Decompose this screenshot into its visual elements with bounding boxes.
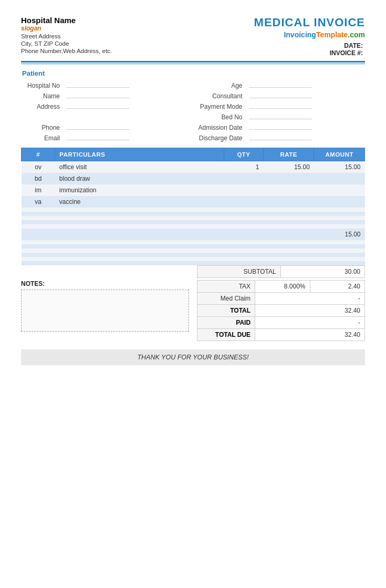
phone-row: Phone (21, 122, 193, 131)
table-row: bdblood draw (22, 173, 365, 184)
cell-particulars (55, 229, 224, 240)
hospital-no-row: Hospital No (21, 80, 193, 89)
patient-left: Hospital No Name Address Phone Email (21, 80, 193, 142)
med-claim-value: - (255, 293, 365, 305)
cell-qty (224, 229, 263, 240)
phone-value (66, 122, 129, 130)
cell-amount (314, 216, 365, 220)
notes-box[interactable] (21, 290, 189, 332)
phone-label: Phone (21, 124, 63, 131)
table-row: ovoffice visit115.0015.00 (22, 161, 365, 173)
cell-particulars (55, 208, 224, 212)
cell-rate (263, 208, 314, 212)
cell-rate (263, 196, 314, 208)
bottom-totals-table: TAX 8.000% 2.40 Med Claim - TOTAL 32.40 … (197, 280, 365, 341)
admission-date-value (249, 122, 312, 130)
consultant-row: Consultant (193, 91, 366, 100)
consultant-value (249, 91, 312, 98)
table-row (22, 224, 365, 229)
cell-qty (224, 257, 263, 261)
invoice-num-row: INVOICE #: (254, 49, 365, 57)
cell-amount (314, 220, 365, 224)
cell-num (22, 257, 55, 261)
patient-right: Age Consultant Payment Mode Bed No Admis… (193, 80, 366, 142)
cell-qty (224, 208, 263, 212)
hospital-info: Hospital Name slogan Street Address City… (21, 16, 112, 54)
cell-rate (263, 244, 314, 249)
cell-rate (263, 257, 314, 261)
cell-particulars: immunization (55, 184, 224, 196)
divider-thin (21, 64, 365, 64)
total-label: TOTAL (197, 305, 255, 317)
subtotal-row: SUBTOTAL 30.00 (197, 266, 365, 278)
hospital-name: Hospital Name (21, 16, 112, 25)
cell-num (22, 261, 55, 265)
date-label: DATE: (344, 42, 363, 49)
cell-particulars (55, 240, 224, 244)
totals-section: SUBTOTAL 30.00 (21, 265, 365, 278)
cell-num (22, 240, 55, 244)
invoice-num-label: INVOICE #: (330, 49, 363, 57)
slogan: slogan (21, 25, 112, 32)
cell-amount: 15.00 (314, 229, 365, 240)
cell-particulars: vaccine (55, 196, 224, 208)
hospital-no-label: Hospital No (21, 82, 63, 89)
invoice-title: MEDICAL INVOICE (254, 16, 365, 29)
email-row: Email (21, 133, 193, 142)
cell-rate (263, 240, 314, 244)
payment-mode-value (249, 101, 312, 109)
cell-num (22, 208, 55, 212)
invoicing-template-logo: InvoicingTemplate.com (254, 30, 365, 39)
age-value (249, 80, 312, 88)
total-due-row: TOTAL DUE 32.40 (197, 329, 365, 341)
name-value (66, 91, 129, 98)
med-claim-label: Med Claim (197, 293, 255, 305)
cell-num: bd (22, 173, 55, 184)
com-text: .com (348, 30, 365, 39)
table-row (22, 244, 365, 249)
bed-no-label: Bed No (193, 114, 246, 121)
table-row (22, 249, 365, 253)
cell-qty (224, 253, 263, 257)
cell-amount (314, 224, 365, 229)
cell-rate (263, 253, 314, 257)
street-address: Street Address (21, 33, 112, 39)
subtotal-value: 30.00 (280, 266, 364, 278)
cell-rate (263, 216, 314, 220)
cell-particulars: blood draw (55, 173, 224, 184)
med-claim-row: Med Claim - (197, 293, 365, 305)
paid-row: PAID - (197, 317, 365, 329)
totals-table: SUBTOTAL 30.00 (197, 265, 365, 278)
cell-qty (224, 212, 263, 216)
cell-num (22, 212, 55, 216)
cell-num: im (22, 184, 55, 196)
table-row (22, 257, 365, 261)
cell-rate (263, 184, 314, 196)
footer-text: THANK YOU FOR YOUR BUSINESS! (137, 354, 248, 361)
age-label: Age (193, 82, 246, 89)
cell-rate (263, 249, 314, 253)
cell-qty (224, 244, 263, 249)
table-row: vavaccine (22, 196, 365, 208)
table-row (22, 212, 365, 216)
invoice-title-block: MEDICAL INVOICE InvoicingTemplate.com DA… (254, 16, 365, 57)
cell-rate (263, 261, 314, 265)
cell-particulars (55, 224, 224, 229)
cell-num: va (22, 196, 55, 208)
table-header-row: # PARTICULARS QTY RATE AMOUNT (22, 148, 365, 161)
table-row (22, 253, 365, 257)
cell-num (22, 253, 55, 257)
notes-label: NOTES: (21, 280, 189, 287)
cell-rate (263, 212, 314, 216)
col-qty: QTY (224, 148, 263, 161)
cell-rate (263, 224, 314, 229)
footer-bar: THANK YOU FOR YOUR BUSINESS! (21, 349, 365, 365)
cell-num (22, 229, 55, 240)
cell-particulars (55, 216, 224, 220)
cell-particulars (55, 253, 224, 257)
table-row (22, 208, 365, 212)
total-due-label: TOTAL DUE (197, 329, 255, 341)
col-rate: RATE (263, 148, 314, 161)
bottom-totals: TAX 8.000% 2.40 Med Claim - TOTAL 32.40 … (197, 280, 365, 341)
inv-text: Invoicing (284, 30, 316, 39)
